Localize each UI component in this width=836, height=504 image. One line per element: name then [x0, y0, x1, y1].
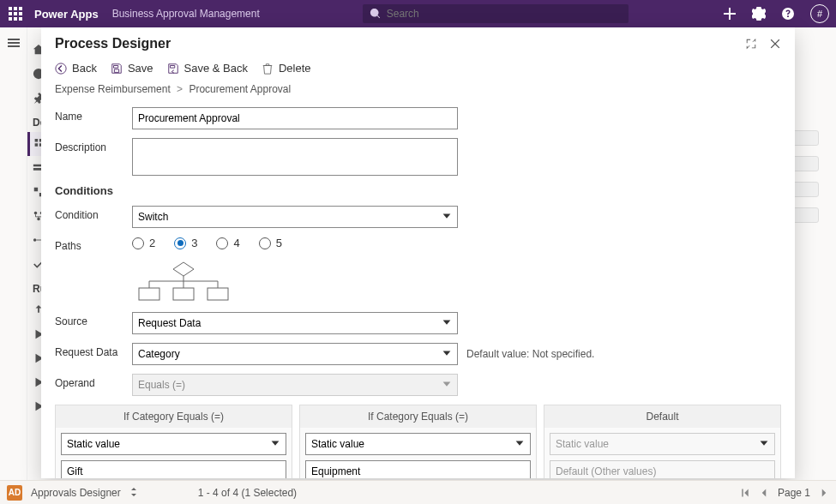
gear-icon[interactable] — [752, 7, 766, 21]
svg-point-5 — [56, 63, 66, 73]
record-count: 1 - 4 of 4 (1 Selected) — [198, 487, 297, 499]
label-condition: Condition — [55, 206, 132, 221]
condition-value-input — [550, 460, 775, 478]
label-requestdata: Request Data — [55, 343, 132, 358]
process-designer-dialog: Process Designer Back Save Save & Back D… — [41, 27, 795, 478]
prev-page-icon[interactable] — [759, 488, 769, 498]
expand-icon[interactable] — [745, 38, 757, 50]
condition-value-input[interactable] — [305, 460, 531, 478]
label-name: Name — [55, 107, 132, 123]
operand-select — [132, 374, 458, 396]
label-description: Description — [55, 138, 132, 153]
description-input[interactable] — [132, 138, 458, 176]
condition-type-select[interactable] — [305, 433, 531, 455]
condition-col-2: If Category Equals (=) — [299, 405, 537, 478]
condition-col-1: If Category Equals (=) — [55, 405, 292, 478]
close-icon[interactable] — [769, 38, 781, 50]
source-select[interactable] — [132, 312, 458, 334]
conditions-heading: Conditions — [55, 184, 781, 197]
label-paths: Paths — [55, 237, 132, 252]
back-icon — [55, 63, 67, 75]
label-source: Source — [55, 312, 132, 327]
breadcrumb-root[interactable]: Expense Reimbursement — [55, 83, 171, 95]
sort-icon[interactable] — [129, 487, 138, 499]
paths-radio-3[interactable]: 3 — [174, 237, 197, 249]
svg-point-3 — [33, 238, 37, 242]
next-page-icon[interactable] — [819, 488, 829, 498]
breadcrumb: Expense Reimbursement > Procurement Appr… — [55, 83, 781, 95]
condition-col-header: Default — [544, 405, 780, 428]
svg-rect-14 — [207, 288, 228, 300]
waffle-icon[interactable] — [7, 5, 24, 22]
statusbar: AD Approvals Designer 1 - 4 of 4 (1 Sele… — [0, 480, 836, 504]
paths-radio-2[interactable]: 2 — [132, 237, 155, 249]
label-operand: Operand — [55, 374, 132, 389]
svg-rect-13 — [173, 288, 194, 300]
save-icon — [111, 63, 123, 75]
svg-point-2 — [37, 218, 40, 221]
first-page-icon[interactable] — [740, 488, 750, 498]
dialog-title: Process Designer — [55, 36, 171, 51]
branch-diagram — [132, 261, 781, 303]
save-button[interactable]: Save — [111, 62, 153, 75]
delete-button[interactable]: Delete — [262, 62, 311, 75]
breadcrumb-leaf: Procurement Approval — [189, 83, 291, 95]
condition-col-header: If Category Equals (=) — [56, 405, 292, 428]
trash-icon — [262, 63, 274, 75]
app-header: Power Apps Business Approval Management … — [0, 0, 836, 27]
back-button[interactable]: Back — [55, 62, 97, 75]
paths-radio-5[interactable]: 5 — [259, 237, 282, 249]
statusbar-title[interactable]: Approvals Designer — [31, 487, 121, 499]
svg-rect-12 — [139, 288, 159, 300]
save-back-icon — [167, 63, 179, 75]
search-icon — [370, 8, 382, 20]
name-input[interactable] — [132, 107, 458, 129]
plus-icon[interactable] — [723, 7, 737, 21]
search-box[interactable] — [363, 4, 629, 23]
paths-radio-4[interactable]: 4 — [216, 237, 239, 249]
condition-col-default: Default — [544, 405, 781, 478]
search-input[interactable] — [387, 8, 622, 20]
avatar[interactable]: # — [810, 4, 829, 23]
status-badge: AD — [7, 485, 22, 501]
condition-columns: If Category Equals (=) If Category Equal… — [55, 405, 781, 478]
condition-value-input[interactable] — [61, 460, 286, 478]
hamburger-icon[interactable] — [7, 36, 21, 50]
app-name-label: Business Approval Management — [112, 8, 260, 20]
save-back-button[interactable]: Save & Back — [167, 62, 248, 75]
svg-marker-6 — [173, 262, 194, 276]
brand-label: Power Apps — [34, 8, 99, 21]
condition-type-select — [550, 433, 775, 455]
condition-type-select[interactable] — [61, 433, 286, 455]
default-value-note: Default value: Not specified. — [466, 348, 594, 360]
dialog-toolbar: Back Save Save & Back Delete — [41, 57, 795, 83]
paths-radio-group: 2 3 4 5 — [132, 237, 282, 249]
requestdata-select[interactable] — [132, 343, 458, 365]
condition-select[interactable] — [132, 206, 458, 228]
svg-point-0 — [34, 212, 38, 215]
help-icon[interactable] — [781, 7, 795, 21]
page-label: Page 1 — [778, 487, 810, 499]
condition-col-header: If Category Equals (=) — [300, 405, 536, 428]
